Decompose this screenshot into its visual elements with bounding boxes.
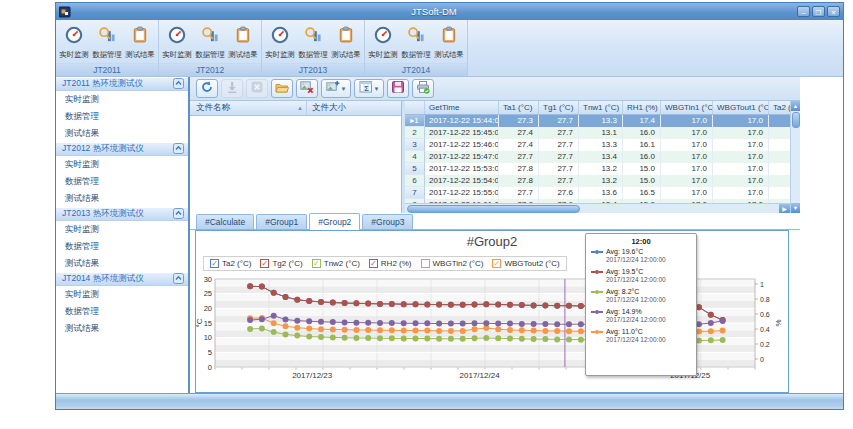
- panel-toggle-icon[interactable]: [173, 205, 184, 223]
- table-cell: [769, 115, 790, 127]
- hscroll-thumb[interactable]: [407, 205, 580, 213]
- panel-toggle-icon[interactable]: [173, 140, 184, 158]
- file-name-column-header[interactable]: 文件名称 ▲: [190, 101, 307, 115]
- ribbon-button-jt2012-2[interactable]: 数据管理: [193, 25, 226, 61]
- table-cell: 13.3: [579, 115, 623, 127]
- vscroll-up-arrow-icon[interactable]: ▲: [791, 101, 801, 111]
- table-column-header-rownum[interactable]: [405, 101, 425, 114]
- tab-group3[interactable]: #Group3: [362, 214, 413, 229]
- ribbon-button-jt2013-3[interactable]: 测试结果: [330, 25, 363, 61]
- table-vertical-scrollbar[interactable]: ▲ ▼: [790, 101, 800, 213]
- table-column-header-8[interactable]: Ta2 (°C: [769, 101, 790, 114]
- table-cell: [769, 175, 790, 187]
- ribbon-button-jt2011-1[interactable]: 实时监测: [57, 25, 90, 61]
- ribbon-button-jt2011-2[interactable]: 数据管理: [90, 25, 123, 61]
- checkbox-icon[interactable]: ✓: [369, 259, 378, 268]
- table-row[interactable]: 42017-12-22 15:47:0027.727.713.416.017.0…: [405, 151, 790, 163]
- open-folder-button[interactable]: [271, 79, 293, 98]
- chevron-down-icon[interactable]: ▼: [374, 86, 380, 92]
- sidebar-item-3-2[interactable]: 数据管理: [56, 238, 188, 255]
- ribbon-button-jt2011-3[interactable]: 测试结果: [124, 25, 157, 61]
- tooltip-avg-value: Avg: 8.2°C: [606, 288, 666, 295]
- refresh-button[interactable]: [196, 79, 218, 98]
- ribbon-button-jt2013-2[interactable]: 数据管理: [296, 25, 329, 61]
- vscroll-thumb[interactable]: [792, 112, 800, 128]
- checkbox-icon[interactable]: ✓: [210, 259, 219, 268]
- table-column-header-1[interactable]: GetTime: [425, 101, 499, 114]
- file-size-column-header[interactable]: 文件大小: [307, 101, 401, 115]
- table-column-header-2[interactable]: Ta1 (°C): [499, 101, 539, 114]
- ribbon-button-jt2014-3[interactable]: 测试结果: [433, 25, 466, 61]
- table-row[interactable]: 32017-12-22 15:46:0027.427.713.316.117.0…: [405, 139, 790, 151]
- sidebar-item-4-1[interactable]: 实时监测: [56, 286, 188, 303]
- close-button[interactable]: ✕: [827, 6, 840, 17]
- table-cell: 2017-12-22 15:46:00: [425, 139, 499, 151]
- checkbox-icon[interactable]: ✓: [312, 259, 321, 268]
- table-row[interactable]: 22017-12-22 15:45:0027.427.713.116.017.0…: [405, 127, 790, 139]
- file-list-body[interactable]: [190, 116, 401, 213]
- table-cell: 27.3: [499, 115, 539, 127]
- table-row[interactable]: 52017-12-22 15:53:0027.827.713.215.017.0…: [405, 163, 790, 175]
- sidebar-item-2-1[interactable]: 实时监测: [56, 156, 188, 173]
- ribbon-button-jt2013-1[interactable]: 实时监测: [263, 25, 296, 61]
- sidebar-group-header-4[interactable]: JT2014 热环境测试仪: [56, 272, 188, 286]
- save-button[interactable]: [387, 79, 409, 98]
- table-column-header-3[interactable]: Tg1 (°C): [539, 101, 579, 114]
- sidebar-item-1-2[interactable]: 数据管理: [56, 108, 188, 125]
- hscroll-right-arrow-icon[interactable]: ▶: [779, 204, 790, 214]
- add-image-button[interactable]: ▼: [321, 79, 351, 98]
- sidebar-item-1-1[interactable]: 实时监测: [56, 91, 188, 108]
- sidebar-item-4-2[interactable]: 数据管理: [56, 303, 188, 320]
- content-area: ▼Σ▼ 文件名称 ▲ 文件大小 GetTimeTa1 (°C)Tg1 (°C)T…: [190, 77, 800, 393]
- table-horizontal-scrollbar[interactable]: ▶: [405, 203, 790, 213]
- ribbon-button-jt2014-1[interactable]: 实时监测: [366, 25, 399, 61]
- panel-toggle-icon[interactable]: [173, 77, 184, 93]
- tab-group1[interactable]: #Group1: [256, 214, 307, 229]
- legend-item-tg2[interactable]: ✓Tg2 (°C): [260, 259, 302, 268]
- window-controls: ─ ❐ ✕: [797, 6, 840, 17]
- sidebar-group-header-2[interactable]: JT2012 热环境测试仪: [56, 142, 188, 156]
- table-column-header-5[interactable]: RH1 (%): [623, 101, 661, 114]
- sidebar-item-4-3[interactable]: 测试结果: [56, 320, 188, 337]
- sidebar-item-3-1[interactable]: 实时监测: [56, 221, 188, 238]
- table-row[interactable]: ▸12017-12-22 15:44:0027.327.713.317.417.…: [405, 115, 790, 127]
- ribbon-button-jt2012-3[interactable]: 测试结果: [227, 25, 260, 61]
- chevron-down-icon[interactable]: ▼: [341, 86, 347, 92]
- remove-image-button[interactable]: [296, 79, 318, 98]
- table-row[interactable]: 62017-12-22 15:54:0027.827.713.215.017.0…: [405, 175, 790, 187]
- tooltip-entry-text: Avg: 11.0°C2017/12/24 12:00:00: [606, 328, 666, 343]
- legend-item-wbgtin2[interactable]: WBGTin2 (°C): [421, 259, 484, 268]
- sidebar-item-2-2[interactable]: 数据管理: [56, 173, 188, 190]
- tab-group2[interactable]: #Group2: [309, 213, 360, 230]
- checkbox-icon[interactable]: [421, 259, 430, 268]
- secondary-toolbar: ▼Σ▼: [190, 77, 800, 101]
- table-column-header-4[interactable]: Tnw1 (°C): [579, 101, 623, 114]
- table-sum-icon: Σ: [359, 80, 373, 98]
- checkbox-icon[interactable]: ✓: [260, 259, 269, 268]
- legend-item-rh2[interactable]: ✓RH2 (%): [369, 259, 412, 268]
- table-sum-button[interactable]: Σ▼: [354, 79, 384, 98]
- print-button[interactable]: [412, 79, 434, 98]
- table-cell: 16.1: [623, 139, 661, 151]
- maximize-button[interactable]: ❐: [812, 6, 825, 17]
- minimize-button[interactable]: ─: [797, 6, 810, 17]
- sidebar-item-1-3[interactable]: 测试结果: [56, 125, 188, 142]
- table-column-header-7[interactable]: WBGTout1 (°C): [713, 101, 769, 114]
- ribbon-button-jt2012-1[interactable]: 实时监测: [160, 25, 193, 61]
- sidebar-group-header-1[interactable]: JT2011 热环境测试仪: [56, 77, 188, 91]
- ribbon-button-label: 测试结果: [126, 49, 155, 59]
- table-column-header-6[interactable]: WBGTin1 (°C): [661, 101, 713, 114]
- legend-item-ta2[interactable]: ✓Ta2 (°C): [210, 259, 251, 268]
- legend-item-wbgtout2[interactable]: ✓WBGTout2 (°C): [492, 259, 559, 268]
- checkbox-icon[interactable]: ✓: [492, 259, 501, 268]
- ribbon-button-jt2014-2[interactable]: 数据管理: [399, 25, 432, 61]
- sidebar-item-2-3[interactable]: 测试结果: [56, 190, 188, 207]
- tab-calculate[interactable]: #Calculate: [196, 214, 254, 229]
- sidebar-group-header-3[interactable]: JT2013 热环境测试仪: [56, 207, 188, 221]
- panel-toggle-icon[interactable]: [173, 270, 184, 288]
- legend-item-tnw2[interactable]: ✓Tnw2 (°C): [312, 259, 360, 268]
- vscroll-down-arrow-icon[interactable]: ▼: [791, 203, 801, 213]
- sidebar-item-3-3[interactable]: 测试结果: [56, 255, 188, 272]
- ribbon-button-label: 数据管理: [92, 49, 121, 59]
- table-row[interactable]: 72017-12-22 15:55:0027.727.613.616.517.0…: [405, 187, 790, 199]
